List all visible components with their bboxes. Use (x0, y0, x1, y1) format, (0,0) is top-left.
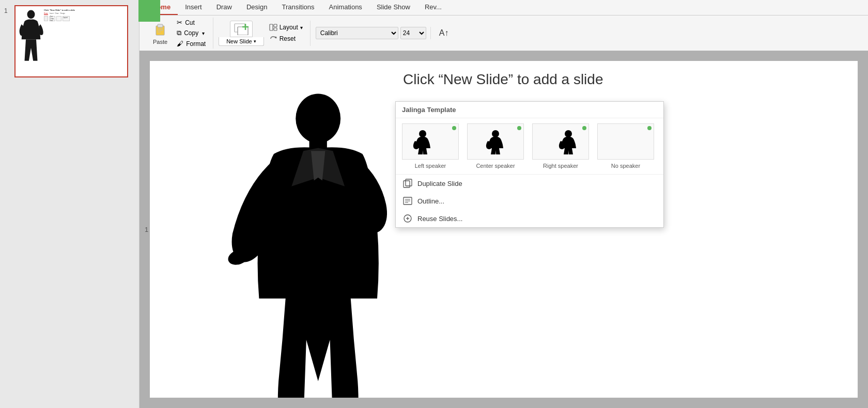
slide-content-area: 1 Click “New Slide” to add a slide (140, 51, 868, 408)
thumbnail-text: Click "New Slide" to add a slide Home In… (44, 9, 75, 21)
copy-dropdown-arrow[interactable]: ▾ (202, 30, 205, 36)
reuse-label: Reuse Slides... (417, 215, 462, 223)
duplicate-svg (403, 179, 412, 188)
reuse-slides-action[interactable]: Reuse Slides... (396, 210, 663, 227)
paste-svg (153, 22, 167, 36)
svg-rect-11 (274, 24, 277, 27)
new-slide-label: New Slide (226, 38, 252, 44)
format-icon: 🖌 (177, 40, 183, 48)
new-slide-dropdown[interactable]: New Slide ▾ (219, 37, 264, 46)
layout-arrow-icon: ▾ (300, 25, 303, 30)
layout-option-left-speaker[interactable]: Left speaker (402, 123, 459, 169)
reuse-svg (403, 214, 412, 223)
copy-button[interactable]: ⧉ Copy ▾ (174, 28, 209, 38)
font-family-select[interactable]: Calibri Arial Times New Roman (316, 27, 398, 39)
new-slide-dropdown-menu: Jalinga Template (395, 101, 664, 228)
green-dot-right (582, 126, 586, 130)
cut-icon: ✂ (177, 19, 182, 26)
main-slide-number: 1 (145, 226, 148, 233)
reset-icon (269, 35, 277, 42)
tab-slideshow[interactable]: Slide Show (369, 0, 417, 15)
svg-rect-7 (238, 27, 248, 35)
outline-action[interactable]: Outline... (396, 192, 663, 210)
cut-label: Cut (185, 19, 195, 26)
right-speaker-preview (532, 123, 589, 160)
ribbon-tabs: Home Insert Draw Design Transitions Anim… (140, 0, 868, 15)
tab-transitions[interactable]: Transitions (274, 0, 321, 15)
thumbnail-silhouette (18, 9, 44, 66)
slide-panel: 1 Click "New Slide" to (0, 0, 140, 408)
main-area: Home Insert Draw Design Transitions Anim… (140, 0, 868, 408)
green-square-indicator (138, 0, 160, 22)
new-slide-arrow: ▾ (254, 39, 256, 44)
duplicate-slide-action[interactable]: Duplicate Slide (396, 175, 663, 192)
svg-rect-12 (274, 28, 277, 30)
reset-label: Reset (280, 35, 296, 42)
tab-insert[interactable]: Insert (178, 0, 209, 15)
left-speaker-label: Left speaker (415, 163, 446, 169)
new-slide-btn-group: New Slide ▾ (219, 21, 264, 46)
outline-svg (403, 196, 412, 206)
paste-icon (153, 22, 167, 38)
left-speaker-preview (402, 123, 459, 160)
svg-point-22 (565, 130, 572, 137)
new-slide-button[interactable] (230, 21, 253, 37)
svg-point-20 (419, 130, 426, 137)
tab-review[interactable]: Rev... (417, 0, 449, 15)
new-slide-group: New Slide ▾ Layout ▾ (214, 21, 311, 46)
left-speaker-icon (412, 129, 448, 154)
ribbon-toolbar: Paste ✂ Cut ⧉ Copy ▾ 🖌 Format (140, 15, 868, 51)
paste-button[interactable]: Paste (149, 20, 172, 47)
layout-button[interactable]: Layout ▾ (266, 22, 306, 33)
no-speaker-label: No speaker (611, 163, 640, 169)
outline-label: Outline... (417, 197, 444, 205)
green-dot-none (647, 126, 652, 130)
slide-thumbnail[interactable]: Click "New Slide" to add a slide Home In… (14, 5, 128, 77)
layout-option-center-speaker[interactable]: Center speaker (467, 123, 524, 169)
green-dot-center (517, 126, 521, 130)
format-button[interactable]: 🖌 Format (174, 39, 209, 49)
svg-rect-2 (158, 24, 163, 27)
cut-button[interactable]: ✂ Cut (174, 18, 209, 27)
font-size-select[interactable]: 24 18 36 48 (400, 27, 426, 39)
duplicate-label: Duplicate Slide (417, 180, 462, 187)
dropdown-header: Jalinga Template (396, 102, 663, 118)
layout-options-row: Left speaker (396, 118, 663, 175)
layout-option-no-speaker[interactable]: No speaker (597, 123, 654, 169)
layout-label: Layout (280, 24, 298, 31)
svg-point-0 (27, 10, 35, 19)
tab-animations[interactable]: Animations (322, 0, 369, 15)
layout-icon (269, 24, 277, 31)
reset-button[interactable]: Reset (266, 34, 306, 44)
font-increase-button[interactable]: A↑ (436, 26, 452, 40)
slide-number: 1 (4, 5, 11, 14)
tab-design[interactable]: Design (239, 0, 274, 15)
center-speaker-label: Center speaker (476, 163, 515, 169)
right-speaker-label: Right speaker (543, 163, 578, 169)
paste-label: Paste (153, 39, 167, 45)
reuse-icon (403, 214, 412, 223)
clipboard-group: Paste ✂ Cut ⧉ Copy ▾ 🖌 Format (145, 18, 213, 49)
font-increase-icon: A↑ (439, 28, 449, 38)
right-speaker-icon (542, 129, 579, 154)
center-speaker-preview (467, 123, 524, 160)
format-label: Format (186, 40, 206, 48)
svg-rect-24 (406, 179, 412, 186)
slide-title: Click “New Slide” to add a slide (403, 71, 603, 88)
font-size-group: A↑ (432, 26, 456, 40)
copy-label: Copy (184, 29, 198, 37)
no-speaker-preview (597, 123, 654, 160)
layout-reset-group: Layout ▾ Reset (266, 22, 306, 44)
layout-option-right-speaker[interactable]: Right speaker (532, 123, 589, 169)
green-dot-left (452, 126, 456, 130)
tab-draw[interactable]: Draw (209, 0, 239, 15)
center-speaker-icon (477, 129, 514, 154)
new-slide-icon (234, 23, 249, 35)
copy-icon: ⧉ (177, 29, 181, 37)
svg-rect-23 (404, 181, 410, 187)
outline-icon (403, 196, 412, 206)
slide-main[interactable]: Click “New Slide” to add a slide (150, 61, 858, 398)
slide-thumbnail-container: 1 Click "New Slide" to (4, 5, 135, 77)
clipboard-stack: ✂ Cut ⧉ Copy ▾ 🖌 Format (174, 18, 209, 49)
svg-rect-10 (270, 24, 273, 30)
